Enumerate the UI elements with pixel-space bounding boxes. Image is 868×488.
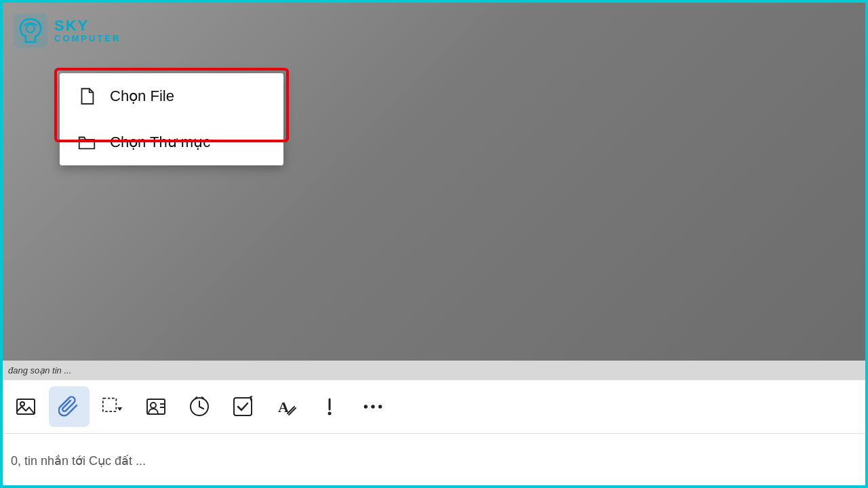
input-placeholder[interactable]: 0, tin nhắn tới Cục đất ...	[11, 453, 146, 468]
svg-marker-5	[117, 407, 122, 411]
chon-thu-muc-item[interactable]: Chọn Thư mục	[60, 119, 283, 165]
svg-rect-13	[234, 398, 252, 415]
contact-button[interactable]	[136, 386, 176, 427]
logo-icon	[14, 14, 47, 47]
format-button[interactable]: A	[266, 386, 307, 427]
logo-computer-label: COMPUTER	[54, 34, 121, 43]
svg-line-12	[199, 407, 203, 409]
svg-point-3	[20, 402, 24, 406]
toolbar: A	[0, 380, 868, 434]
folder-icon	[76, 131, 98, 153]
svg-point-23	[378, 405, 382, 408]
svg-point-20	[328, 412, 332, 415]
clock-button[interactable]	[179, 386, 220, 427]
logo-sky-label: SKY	[54, 18, 121, 34]
input-area: 0, tin nhắn tới Cục đất ...	[0, 434, 868, 488]
chon-file-item[interactable]: Chọn File	[60, 73, 283, 119]
image-button[interactable]	[5, 386, 46, 427]
selection-button[interactable]	[92, 386, 133, 427]
bottom-area: đang soạn tin ...	[0, 361, 868, 488]
chon-thu-muc-label: Chọn Thư mục	[110, 134, 210, 151]
important-button[interactable]	[309, 386, 350, 427]
logo-area: SKY COMPUTER	[14, 14, 121, 47]
dropdown-menu: Chọn File Chọn Thư mục	[60, 73, 283, 165]
status-text: đang soạn tin ...	[8, 365, 71, 375]
dropdown-container: Chọn File Chọn Thư mục	[60, 73, 283, 165]
svg-point-22	[371, 405, 374, 408]
attach-button[interactable]	[49, 386, 90, 427]
svg-point-7	[151, 403, 156, 408]
status-bar: đang soạn tin ...	[0, 361, 868, 380]
more-button[interactable]	[353, 386, 393, 427]
svg-point-21	[364, 405, 368, 408]
svg-rect-4	[103, 399, 117, 412]
chon-file-label: Chọn File	[110, 87, 174, 105]
logo-text: SKY COMPUTER	[54, 18, 121, 43]
file-icon	[76, 85, 98, 107]
task-button[interactable]	[222, 386, 263, 427]
